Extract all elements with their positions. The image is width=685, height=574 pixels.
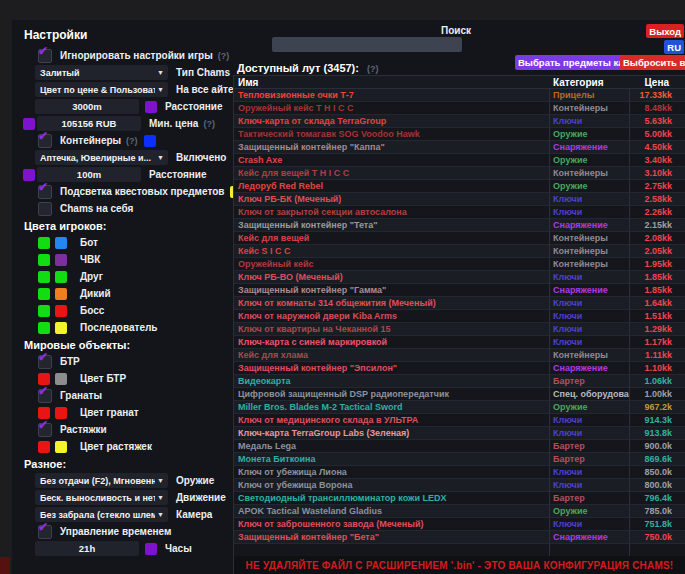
checkbox-checked[interactable]: ✔	[38, 355, 52, 369]
table-row[interactable]: Ключ-карта TerraGroup Labs (Зеленая)Ключ…	[234, 427, 685, 440]
table-row[interactable]: Тепловизионные очки Т-7Прицелы17.33kk	[234, 89, 685, 102]
color-swatch[interactable]	[38, 373, 50, 385]
color-swatch[interactable]	[55, 237, 67, 249]
settings-title: Настройки	[24, 28, 233, 42]
dropdown[interactable]: Цвет по цене & Пользователь▼	[35, 82, 168, 97]
search-input[interactable]	[272, 37, 462, 52]
item-price: 2.26kk	[630, 207, 685, 217]
text-input[interactable]: 3000m	[35, 99, 139, 114]
column-header-name[interactable]: Имя	[234, 77, 550, 88]
column-header-category[interactable]: Категория	[550, 77, 630, 88]
help-hint[interactable]: (?)	[367, 64, 379, 74]
exit-button[interactable]: Выход	[646, 24, 684, 38]
table-row[interactable]: APOK Tactical Wasteland GladiusОружие785…	[234, 505, 685, 518]
table-row[interactable]: Ключ от закрытой секции автосалонаКлючи2…	[234, 206, 685, 219]
color-swatch[interactable]	[55, 288, 67, 300]
table-row[interactable]: Защищенный контейнер "Каппа"Снаряжение4.…	[234, 141, 685, 154]
item-category: Ключи	[550, 271, 630, 283]
color-swatch[interactable]	[38, 305, 50, 317]
color-swatch[interactable]	[55, 254, 67, 266]
color-swatch[interactable]	[55, 305, 67, 317]
table-row[interactable]: Кейс для вещейКонтейнеры2.08kk	[234, 232, 685, 245]
help-hint[interactable]: (?)	[126, 136, 138, 146]
color-swatch[interactable]	[23, 118, 35, 130]
table-row[interactable]: Ключ-карта с синей маркировкойКлючи1.17k…	[234, 336, 685, 349]
color-swatch[interactable]	[38, 407, 50, 419]
table-row[interactable]	[234, 544, 685, 556]
color-swatch[interactable]	[38, 288, 50, 300]
color-swatch[interactable]	[145, 101, 157, 113]
color-swatch[interactable]	[38, 254, 50, 266]
checkbox-checked[interactable]: ✔	[38, 423, 52, 437]
table-row[interactable]: Miller Bros. Blades M-2 Tactical SwordОр…	[234, 401, 685, 414]
help-hint[interactable]: (?)	[203, 119, 215, 129]
dropdown[interactable]: Без отдачи (F2), Мгновенное п▼	[35, 473, 168, 488]
color-swatch[interactable]	[38, 322, 50, 334]
item-price: 850.0k	[630, 467, 685, 477]
table-row[interactable]: Защищенный контейнер "Эпсилон"Снаряжение…	[234, 362, 685, 375]
help-hint[interactable]: (?)	[218, 51, 230, 61]
item-category: Ключи	[550, 427, 630, 439]
color-swatch[interactable]	[55, 322, 67, 334]
color-swatch[interactable]	[23, 169, 35, 181]
table-row[interactable]: Ключ от наружной двери Kiba ArmsКлючи1.5…	[234, 310, 685, 323]
table-row[interactable]: Ледоруб Red RebelОружие2.75kk	[234, 180, 685, 193]
color-swatch[interactable]	[55, 441, 67, 453]
text-input[interactable]: 100m	[37, 167, 141, 182]
table-row[interactable]: Ключ РБ-ВО (Меченый)Ключи1.85kk	[234, 271, 685, 284]
table-row[interactable]: Тактический томагавк SOG Voodoo HawkОруж…	[234, 128, 685, 141]
control-label: ЧВК	[80, 254, 100, 265]
table-row[interactable]: Ключ от убежища ВоронаКлючи800.0k	[234, 479, 685, 492]
text-input[interactable]: 105156 RUB	[37, 116, 141, 131]
item-name: Кейс для хлама	[234, 349, 550, 361]
table-row[interactable]: Crash AxeОружие3.40kk	[234, 154, 685, 167]
checkbox-checked[interactable]: ✔	[38, 185, 52, 199]
item-name: Кейс S I C C	[234, 245, 550, 257]
table-row[interactable]: Оружейный кейс T H I C CКонтейнеры8.48kk	[234, 102, 685, 115]
checkbox-checked[interactable]: ✔	[38, 389, 52, 403]
dropdown[interactable]: Беск. выносливость и нет уста▼	[35, 490, 168, 505]
color-swatch[interactable]	[144, 135, 156, 147]
table-row[interactable]: Кейс S I C CКонтейнеры2.05kk	[234, 245, 685, 258]
table-row[interactable]: Защищенный контейнер "Гамма"Снаряжение1.…	[234, 284, 685, 297]
section-header: Цвета игроков:	[24, 220, 233, 232]
checkbox-checked[interactable]: ✔	[38, 525, 52, 539]
table-row[interactable]: Кейс для хламаКонтейнеры1.11kk	[234, 349, 685, 362]
checkbox-checked[interactable]: ✔	[38, 134, 52, 148]
table-row[interactable]: Ключ-карта от склада TerraGroupКлючи5.63…	[234, 115, 685, 128]
table-row[interactable]: Ключ от квартиры на Чеканной 15Ключи1.29…	[234, 323, 685, 336]
table-row[interactable]: Ключ от заброшенного завода (Меченый)Клю…	[234, 518, 685, 531]
table-row[interactable]: Светодиодный трансиллюминатор кожи LEDXБ…	[234, 492, 685, 505]
checkbox-checked[interactable]: ✔	[38, 49, 52, 63]
table-row[interactable]: Защищенный контейнер "Тета"Снаряжение2.1…	[234, 219, 685, 232]
table-row[interactable]: Монета БиткоинаБартер869.6k	[234, 453, 685, 466]
dropdown[interactable]: Аптечка, Ювелирные и...▼	[35, 150, 168, 165]
table-row[interactable]: Защищенный контейнер "Бета"Снаряжение750…	[234, 531, 685, 544]
table-row[interactable]: Ключ от медицинского склада в УЛЬТРАКлюч…	[234, 414, 685, 427]
color-swatch[interactable]	[55, 271, 67, 283]
text-input[interactable]: 21h	[35, 541, 139, 556]
table-row[interactable]: Ключ РБ-БК (Меченый)Ключи2.58kk	[234, 193, 685, 206]
color-swatch[interactable]	[38, 441, 50, 453]
table-row[interactable]: Кейс для вещей T H I C CКонтейнеры3.10kk	[234, 167, 685, 180]
table-row[interactable]: Ключ от комнаты 314 общежития (Меченый)К…	[234, 297, 685, 310]
color-swatch[interactable]	[55, 407, 67, 419]
color-swatch[interactable]	[145, 543, 157, 555]
color-swatch[interactable]	[38, 237, 50, 249]
control-label: Гранаты	[60, 390, 102, 401]
language-button[interactable]: RU	[664, 40, 684, 54]
table-row[interactable]: Оружейный кейсКонтейнеры1.95kk	[234, 258, 685, 271]
table-row[interactable]: ВидеокартаБартер1.06kk	[234, 375, 685, 388]
table-row[interactable]: Ключ от убежища ЛионаКлючи850.0k	[234, 466, 685, 479]
camera-options-dropdown: Без забрала (стекло шлема)▼Камера	[22, 507, 233, 522]
column-header-price[interactable]: Цена	[630, 77, 685, 88]
color-swatch[interactable]	[38, 271, 50, 283]
control-label: Расстояние	[165, 101, 223, 112]
color-swatch[interactable]	[55, 373, 67, 385]
table-row[interactable]: Цифровой защищенный DSP радиопередатчикС…	[234, 388, 685, 401]
dropdown[interactable]: Без забрала (стекло шлема)▼	[35, 507, 168, 522]
table-row[interactable]: Медаль LegaБартер900.0k	[234, 440, 685, 453]
checkbox-unchecked[interactable]	[38, 202, 52, 216]
drop-all-button[interactable]: Выбросить все	[620, 55, 685, 70]
dropdown[interactable]: Залитый▼	[35, 65, 168, 80]
